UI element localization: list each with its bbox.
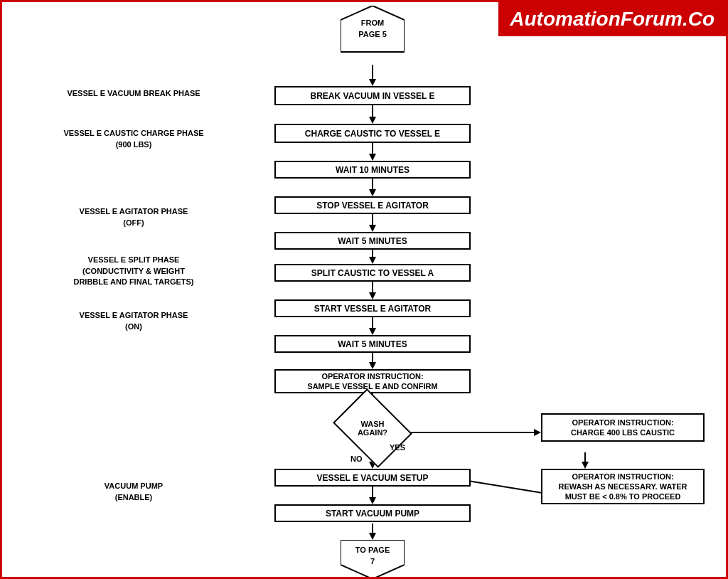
label-vacuum-break: VESSEL E VACUUM BREAK PHASE (16, 89, 251, 97)
from-page-svg: FROM PAGE 5 (341, 6, 405, 66)
svg-marker-15 (369, 328, 376, 335)
svg-marker-17 (369, 362, 376, 369)
brand-banner: AutomationForum.Co (498, 2, 726, 36)
svg-marker-29 (582, 462, 589, 469)
svg-marker-3 (369, 117, 376, 124)
svg-marker-23 (369, 497, 376, 504)
svg-marker-11 (369, 257, 376, 264)
label-vacuum-pump: VACUUM PUMP(ENABLE) (16, 470, 251, 503)
start-agitator-box: START VESSEL E AGITATOR (274, 299, 471, 317)
wait-10-box: WAIT 10 MINUTES (274, 161, 471, 179)
label-agitator-off: VESSEL E AGITATOR PHASE(OFF) (16, 196, 251, 228)
yes-label: YES (390, 443, 405, 452)
svg-text:TO PAGE: TO PAGE (355, 546, 390, 554)
rewash-box: OPERATOR INSTRUCTION: REWASH AS NECESSAR… (541, 469, 705, 504)
to-page-svg: TO PAGE 7 (341, 540, 405, 579)
vessel-e-vacuum-box: VESSEL E VACUUM SETUP (274, 469, 471, 487)
from-page-shape: FROM PAGE 5 (341, 6, 405, 66)
no-label: NO (350, 455, 363, 463)
charge-caustic-box: CHARGE CAUSTIC TO VESSEL E (274, 124, 471, 143)
start-vacuum-box: START VACUUM PUMP (274, 504, 471, 522)
svg-marker-1 (369, 79, 376, 86)
label-agitator-on: VESSEL E AGITATOR PHASE(ON) (16, 299, 251, 332)
flowchart: FROM PAGE 5 BREAK VACUUM IN VESSEL E CHA… (2, 2, 728, 579)
wait-5a-box: WAIT 5 MINUTES (274, 232, 471, 250)
svg-marker-32 (341, 6, 405, 52)
svg-text:PAGE 5: PAGE 5 (358, 30, 387, 38)
svg-text:FROM: FROM (361, 18, 384, 27)
svg-marker-13 (369, 292, 376, 299)
break-vacuum-box: BREAK VACUUM IN VESSEL E (274, 86, 471, 105)
charge-400-box: OPERATOR INSTRUCTION: CHARGE 400 LBS CAU… (541, 413, 705, 442)
stop-agitator-box: STOP VESSEL E AGITATOR (274, 196, 471, 214)
svg-marker-5 (369, 154, 376, 161)
split-caustic-box: SPLIT CAUSTIC TO VESSEL A (274, 264, 471, 282)
svg-marker-27 (534, 429, 541, 436)
svg-marker-25 (369, 533, 376, 540)
svg-marker-7 (369, 189, 376, 196)
label-caustic-charge: VESSEL E CAUSTIC CHARGE PHASE(900 LBS) (16, 117, 251, 150)
svg-marker-9 (369, 225, 376, 232)
svg-text:7: 7 (370, 557, 375, 565)
label-split-phase: VESSEL E SPLIT PHASE(CONDUCTIVITY & WEIG… (16, 244, 251, 288)
to-page-shape: TO PAGE 7 (341, 540, 405, 579)
operator-sample-box: OPERATOR INSTRUCTION: SAMPLE VESSEL E AN… (274, 369, 471, 393)
wait-5b-box: WAIT 5 MINUTES (274, 335, 471, 353)
